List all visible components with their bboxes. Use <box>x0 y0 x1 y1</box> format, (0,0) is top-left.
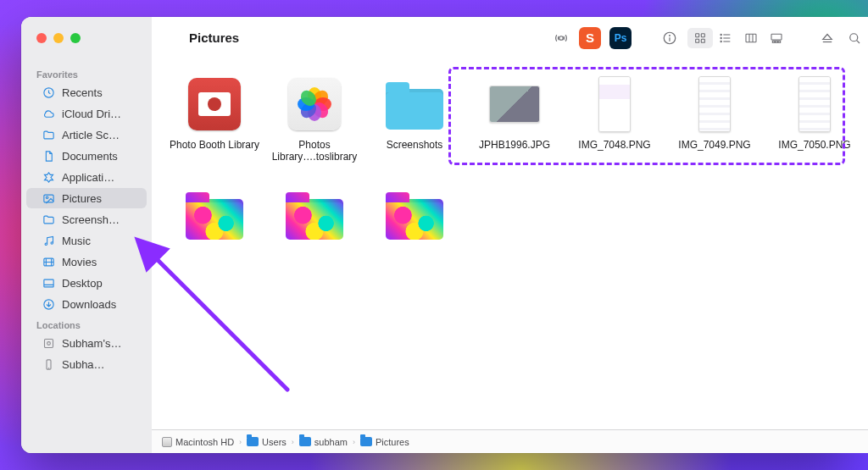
sidebar-item-movies[interactable]: Movies <box>26 252 147 272</box>
path-label: subham <box>314 437 348 447</box>
file-label: IMG_7049.PNG <box>678 139 750 151</box>
chevron-right-icon: › <box>353 438 355 446</box>
path-label: Users <box>262 437 287 447</box>
svg-point-28 <box>51 241 53 244</box>
file-item[interactable]: IMG_7049.PNG <box>667 75 762 163</box>
svg-point-22 <box>850 33 858 41</box>
chevron-right-icon: › <box>292 438 294 446</box>
svg-rect-7 <box>701 39 704 42</box>
path-label: Pictures <box>376 437 409 447</box>
path-label: Macintosh HD <box>175 437 234 447</box>
img-photo-icon <box>485 75 544 134</box>
sidebar-section-header: Favorites <box>21 64 152 81</box>
toolbar: S Ps <box>552 27 868 49</box>
sidebar-item-label: Subha… <box>62 358 105 371</box>
sidebar-item-label: Subham's… <box>62 337 121 350</box>
disk-icon <box>42 336 55 350</box>
sidebar-item-recents[interactable]: Recents <box>26 82 147 102</box>
window-controls <box>21 33 152 43</box>
phone-icon <box>42 357 55 371</box>
svg-point-12 <box>721 37 721 38</box>
path-segment[interactable]: subham <box>299 437 348 447</box>
minimize-window-button[interactable] <box>53 33 64 43</box>
file-item[interactable]: Photos Library….toslibrary <box>267 75 362 163</box>
sidebar-item-label: Screensh… <box>62 213 120 226</box>
path-segment[interactable]: Macintosh HD <box>162 437 234 447</box>
file-label: IMG_7048.PNG <box>578 139 650 151</box>
svg-rect-5 <box>701 33 704 36</box>
file-item[interactable]: Screenshots <box>367 75 462 163</box>
window-title: Pictures <box>189 30 239 45</box>
folder-icon <box>42 128 55 141</box>
cloud-icon <box>42 107 55 120</box>
chevron-right-icon: › <box>239 438 242 446</box>
sidebar-item-documents[interactable]: Documents <box>26 146 147 166</box>
svg-rect-18 <box>772 41 775 42</box>
sidebar-item-label: Pictures <box>62 192 102 205</box>
info-icon[interactable] <box>660 29 679 47</box>
sidebar-item-pictures[interactable]: Pictures <box>26 188 147 208</box>
sidebar-item-label: Downloads <box>62 298 116 311</box>
picture-icon <box>42 191 55 205</box>
app-photos-icon <box>285 75 344 134</box>
doc-icon <box>42 149 55 163</box>
folder-icon <box>385 75 444 134</box>
file-item[interactable] <box>367 185 462 249</box>
airdrop-icon[interactable] <box>552 29 570 47</box>
file-item[interactable]: IMG_7050.PNG <box>767 75 862 163</box>
file-label: Photo Booth Library <box>170 139 259 151</box>
sidebar-item-article-sc[interactable]: Article Sc… <box>26 124 147 145</box>
file-label: Screenshots <box>387 139 443 151</box>
svg-point-3 <box>670 35 670 36</box>
sidebar-item-subham-s[interactable]: Subham's… <box>26 333 147 353</box>
svg-rect-19 <box>776 41 778 42</box>
view-switcher <box>687 28 789 48</box>
path-segment[interactable]: Users <box>247 437 287 447</box>
file-item[interactable]: IMG_7048.PNG <box>567 75 662 163</box>
svg-rect-33 <box>43 279 53 287</box>
sidebar-item-desktop[interactable]: Desktop <box>26 273 147 293</box>
zoom-window-button[interactable] <box>70 33 81 43</box>
folder-icon <box>42 213 55 226</box>
svg-point-27 <box>45 243 47 246</box>
folder-icon <box>360 437 372 446</box>
icon-view-button[interactable] <box>687 28 713 48</box>
folder-psy-icon <box>285 185 344 244</box>
desktop-icon <box>42 276 55 290</box>
main-pane: Photo Booth LibraryPhotos Library….tosli… <box>152 59 868 429</box>
sidebar-item-music[interactable]: Music <box>26 230 147 251</box>
gallery-view-button[interactable] <box>764 28 789 48</box>
file-item[interactable]: Photo Booth Library <box>167 75 262 163</box>
close-window-button[interactable] <box>36 33 47 43</box>
file-item[interactable]: JPHB1996.JPG <box>467 75 562 163</box>
svg-point-13 <box>721 41 721 41</box>
sidebar-item-screensh[interactable]: Screensh… <box>26 209 147 229</box>
sidebar-item-label: Documents <box>62 150 118 163</box>
eject-icon[interactable] <box>818 29 837 47</box>
sidebar: FavoritesRecentsiCloud Dri…Article Sc…Do… <box>21 59 152 453</box>
folder-psy-icon <box>185 185 244 244</box>
sidebar-item-downloads[interactable]: Downloads <box>26 294 147 314</box>
search-icon[interactable] <box>845 29 864 47</box>
sidebar-section-header: Locations <box>21 315 152 332</box>
external-app-s[interactable]: S <box>579 27 601 49</box>
download-icon <box>42 297 55 311</box>
list-view-button[interactable] <box>713 28 738 48</box>
sidebar-item-label: Recents <box>62 86 103 99</box>
column-view-button[interactable] <box>738 28 764 48</box>
svg-point-0 <box>559 36 564 40</box>
external-app-ps[interactable]: Ps <box>609 27 632 49</box>
svg-rect-14 <box>746 34 756 41</box>
path-segment[interactable]: Pictures <box>360 437 409 447</box>
svg-point-26 <box>46 196 48 199</box>
sidebar-item-subha[interactable]: Subha… <box>26 354 147 374</box>
svg-rect-6 <box>696 39 699 42</box>
sidebar-item-label: Article Sc… <box>62 129 120 141</box>
sidebar-item-label: Desktop <box>62 277 103 290</box>
movie-icon <box>42 255 55 268</box>
folder-icon <box>247 437 259 446</box>
file-item[interactable] <box>267 185 362 249</box>
sidebar-item-applicati[interactable]: Applicati… <box>26 167 147 187</box>
sidebar-item-icloud-dri[interactable]: iCloud Dri… <box>26 103 147 124</box>
file-item[interactable] <box>167 185 262 249</box>
